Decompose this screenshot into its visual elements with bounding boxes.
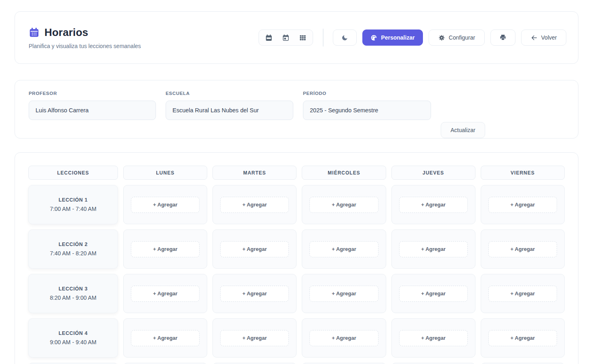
lesson-name: LECCIÓN 1 [59,197,88,203]
add-button[interactable]: + Agregar [220,286,289,302]
lesson-time: 7:40 AM - 8:20 AM [50,250,96,257]
schedule-grid: LECCIONESLUNESMARTESMIÉRCOLESJUEVESVIERN… [28,166,565,364]
lesson-time: 9:00 AM - 9:40 AM [50,339,96,345]
calendar-icon [29,27,40,38]
periodo-label: PERÍODO [303,91,431,96]
header-card: Horarios Planifica y visualiza tus lecci… [15,11,578,64]
printer-icon [499,34,507,41]
column-header-day: JUEVES [391,166,475,180]
profesor-input[interactable] [29,101,156,120]
day-cell: + Agregar [123,229,207,269]
day-cell: + Agregar [391,185,475,224]
day-cell: + Agregar [123,318,207,358]
add-button[interactable]: + Agregar [399,197,468,213]
add-button[interactable]: + Agregar [488,241,557,257]
add-button[interactable]: + Agregar [309,330,378,346]
arrow-left-icon [531,34,538,41]
lesson-name: LECCIÓN 3 [59,286,88,292]
day-cell: + Agregar [212,229,296,269]
personalize-button[interactable]: Personalizar [362,29,423,46]
add-button[interactable]: + Agregar [488,197,557,213]
day-cell: + Agregar [391,274,475,313]
field-profesor: PROFESOR [29,91,156,120]
calendar-week-icon[interactable] [265,34,273,42]
title-block: Horarios Planifica y visualiza tus lecci… [29,26,141,49]
page-title: Horarios [44,26,88,39]
day-cell: + Agregar [302,185,386,224]
day-cell: + Agregar [212,318,296,358]
schedule-card: LECCIONESLUNESMARTESMIÉRCOLESJUEVESVIERN… [15,152,578,364]
back-button[interactable]: Volver [521,29,566,46]
toolbar-divider [323,29,324,46]
lesson-cell: LECCIÓN 49:00 AM - 9:40 AM [28,318,118,358]
add-button[interactable]: + Agregar [488,330,557,346]
day-cell: + Agregar [481,318,565,358]
add-button[interactable]: + Agregar [131,241,200,257]
column-header-lecciones: LECCIONES [28,166,118,180]
grid-view-icon[interactable] [299,34,307,42]
horarios-page: Horarios Planifica y visualiza tus lecci… [0,11,593,364]
lesson-time: 7:00 AM - 7:40 AM [50,206,96,212]
add-button[interactable]: + Agregar [131,286,200,302]
moon-icon [341,34,348,41]
add-button[interactable]: + Agregar [309,197,378,213]
profesor-label: PROFESOR [29,91,156,96]
add-button[interactable]: + Agregar [131,330,200,346]
day-cell: + Agregar [391,229,475,269]
personalize-label: Personalizar [381,34,414,41]
toolbar: Personalizar Configurar [259,29,566,46]
add-button[interactable]: + Agregar [309,241,378,257]
add-button[interactable]: + Agregar [399,241,468,257]
day-cell: + Agregar [302,274,386,313]
column-header-day: VIERNES [481,166,565,180]
escuela-input[interactable] [166,101,293,120]
day-cell: + Agregar [481,274,565,313]
day-cell: + Agregar [391,318,475,358]
lesson-name: LECCIÓN 2 [59,242,88,247]
add-button[interactable]: + Agregar [220,197,289,213]
add-button[interactable]: + Agregar [399,286,468,302]
day-cell: + Agregar [123,185,207,224]
periodo-input[interactable] [303,101,431,120]
filters-card: PROFESOR ESCUELA PERÍODO Actualizar [15,80,578,139]
configure-label: Configurar [449,34,475,41]
escuela-label: ESCUELA [166,91,293,96]
column-header-day: LUNES [123,166,207,180]
field-periodo: PERÍODO [303,91,431,120]
column-header-day: MARTES [212,166,296,180]
lesson-time: 8:20 AM - 9:00 AM [50,295,96,301]
day-cell: + Agregar [123,274,207,313]
add-button[interactable]: + Agregar [220,241,289,257]
add-button[interactable]: + Agregar [131,197,200,213]
day-cell: + Agregar [302,318,386,358]
lesson-cell: LECCIÓN 38:20 AM - 9:00 AM [28,274,118,313]
add-button[interactable]: + Agregar [220,330,289,346]
day-cell: + Agregar [481,229,565,269]
lesson-cell: LECCIÓN 27:40 AM - 8:20 AM [28,229,118,269]
palette-icon [370,34,377,41]
day-cell: + Agregar [212,274,296,313]
calendar-day-icon[interactable] [282,34,290,42]
gear-icon [438,34,445,41]
dark-mode-button[interactable] [333,29,357,46]
page-subtitle: Planifica y visualiza tus lecciones sema… [29,43,141,49]
lesson-cell: LECCIÓN 17:00 AM - 7:40 AM [28,185,118,224]
day-cell: + Agregar [212,185,296,224]
back-label: Volver [541,34,557,41]
column-header-day: MIÉRCOLES [302,166,386,180]
add-button[interactable]: + Agregar [488,286,557,302]
print-button[interactable] [490,29,515,46]
field-escuela: ESCUELA [166,91,293,120]
add-button[interactable]: + Agregar [399,330,468,346]
view-switcher [259,29,313,46]
day-cell: + Agregar [302,229,386,269]
day-cell: + Agregar [481,185,565,224]
lesson-name: LECCIÓN 4 [59,330,88,336]
update-button[interactable]: Actualizar [441,122,485,138]
configure-button[interactable]: Configurar [429,29,485,46]
add-button[interactable]: + Agregar [309,286,378,302]
